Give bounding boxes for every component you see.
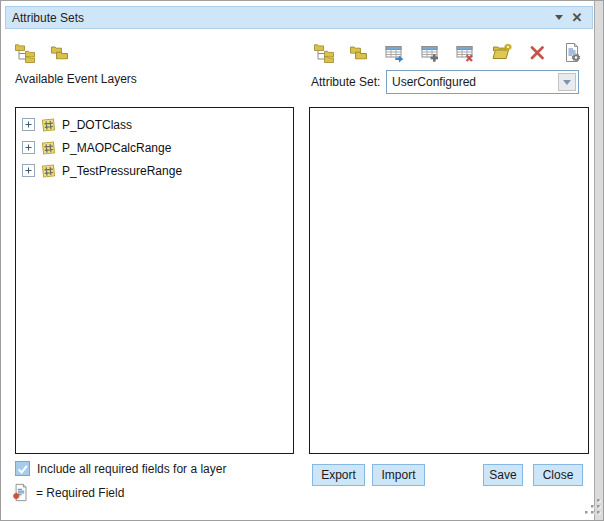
include-required-fields-row: Include all required fields for a layer bbox=[15, 461, 226, 476]
delete-attribute-set-icon bbox=[527, 42, 548, 63]
window-title: Attribute Sets bbox=[12, 11, 550, 25]
close-icon[interactable]: ✕ bbox=[568, 9, 586, 27]
collapse-all-button[interactable] bbox=[348, 41, 370, 63]
required-field-legend: = Required Field bbox=[12, 482, 124, 503]
collapse-all-button[interactable] bbox=[48, 41, 70, 63]
required-field-icon bbox=[12, 482, 31, 503]
left-toolbar bbox=[13, 41, 70, 63]
close-button[interactable]: Close bbox=[533, 464, 583, 486]
event-layer-icon bbox=[40, 116, 57, 133]
table-export-icon bbox=[384, 42, 405, 63]
table-export-button[interactable] bbox=[383, 41, 405, 63]
attribute-set-fields-list[interactable] bbox=[309, 107, 589, 454]
table-add-button[interactable] bbox=[419, 41, 441, 63]
titlebar[interactable]: Attribute Sets ✕ bbox=[5, 6, 593, 29]
collapse-all-icon bbox=[49, 42, 70, 63]
tree-item-p-dotclass[interactable]: P_DOTClass bbox=[16, 113, 293, 136]
table-remove-icon bbox=[455, 42, 476, 63]
check-icon bbox=[16, 461, 29, 476]
attribute-sets-window: Attribute Sets ✕ bbox=[0, 0, 604, 521]
required-field-legend-label: = Required Field bbox=[36, 486, 124, 500]
tree-item-p-testpressurerange[interactable]: P_TestPressureRange bbox=[16, 159, 293, 182]
expand-all-icon bbox=[14, 42, 35, 63]
attribute-set-combobox[interactable]: UserConfigured bbox=[386, 70, 579, 94]
chevron-down-icon bbox=[563, 80, 571, 85]
event-layer-icon bbox=[40, 162, 57, 179]
new-attribute-set-icon bbox=[491, 42, 512, 63]
resize-grip-icon[interactable] bbox=[585, 499, 602, 516]
properties-button[interactable] bbox=[562, 41, 584, 63]
delete-attribute-set-button[interactable] bbox=[526, 41, 548, 63]
pin-icon[interactable] bbox=[550, 9, 568, 27]
table-add-icon bbox=[420, 42, 441, 63]
attribute-set-label: Attribute Set: bbox=[311, 75, 380, 89]
expand-all-button[interactable] bbox=[312, 41, 334, 63]
expand-plus-icon[interactable] bbox=[22, 118, 35, 131]
tree-item-p-maopcalcrange[interactable]: P_MAOPCalcRange bbox=[16, 136, 293, 159]
include-required-fields-checkbox[interactable] bbox=[15, 461, 30, 476]
chevron-down-icon bbox=[555, 15, 563, 20]
table-remove-button[interactable] bbox=[455, 41, 477, 63]
properties-icon bbox=[562, 42, 583, 63]
include-required-fields-label: Include all required fields for a layer bbox=[37, 462, 226, 476]
combobox-dropdown-button[interactable] bbox=[558, 73, 576, 91]
event-layer-icon bbox=[40, 139, 57, 156]
dock-edge bbox=[594, 1, 603, 520]
available-event-layers-heading: Available Event Layers bbox=[15, 72, 137, 86]
tree-item-label: P_TestPressureRange bbox=[62, 164, 182, 178]
new-attribute-set-button[interactable] bbox=[491, 41, 513, 63]
save-button[interactable]: Save bbox=[483, 464, 523, 486]
right-toolbar bbox=[312, 41, 584, 63]
tree-item-label: P_DOTClass bbox=[62, 118, 132, 132]
import-button[interactable]: Import bbox=[372, 464, 425, 486]
expand-all-icon bbox=[313, 42, 334, 63]
attribute-set-value: UserConfigured bbox=[387, 75, 556, 89]
expand-plus-icon[interactable] bbox=[22, 164, 35, 177]
collapse-all-icon bbox=[348, 42, 369, 63]
export-button[interactable]: Export bbox=[312, 464, 365, 486]
expand-plus-icon[interactable] bbox=[22, 141, 35, 154]
available-event-layers-list[interactable]: P_DOTClass P_MAOPCalcRange bbox=[15, 107, 294, 454]
expand-all-button[interactable] bbox=[13, 41, 35, 63]
tree-item-label: P_MAOPCalcRange bbox=[62, 141, 171, 155]
